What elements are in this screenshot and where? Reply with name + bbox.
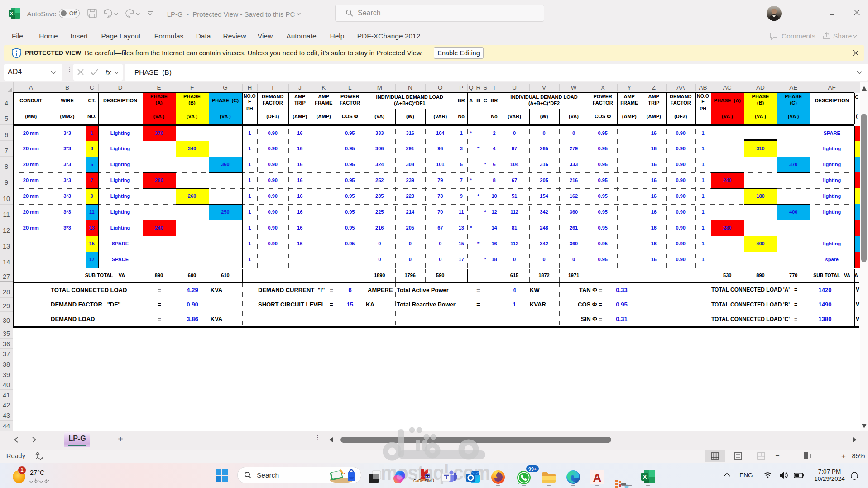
svg-text:X: X bbox=[643, 474, 647, 480]
svg-text:A: A bbox=[593, 471, 602, 484]
svg-text:X: X bbox=[10, 11, 14, 16]
